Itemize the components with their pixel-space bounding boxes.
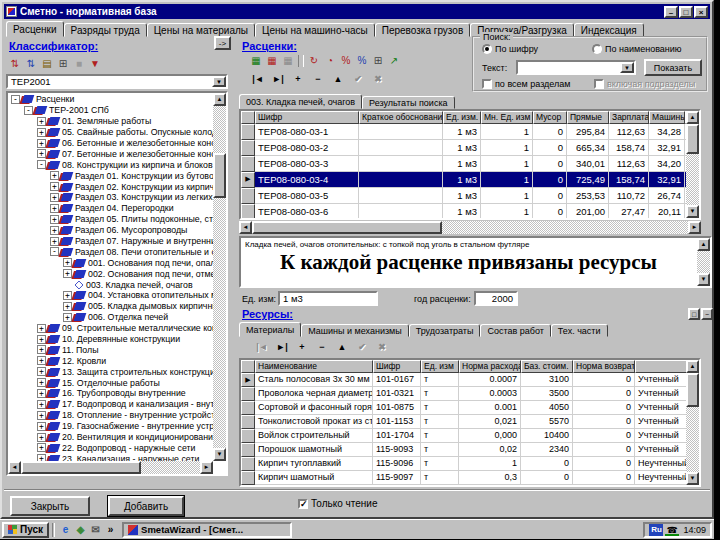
table-row[interactable]: ТЕР08-080-03-4 1 м3 1 0 725,49 158,74 32… <box>241 172 699 188</box>
internet-explorer-icon[interactable]: e <box>58 523 73 537</box>
tree-node[interactable]: + 05. Свайные работы. Опускные колодцы. … <box>9 127 213 138</box>
tree-node[interactable]: + 004. Установка отопительных металличес… <box>9 290 213 301</box>
tree-node[interactable]: + 006. Отделка печей <box>9 312 213 323</box>
main-tab[interactable]: Цены на машино-часы <box>255 23 375 37</box>
table-row[interactable]: Проволока черная диаметро 101-0321 т 0.0… <box>241 387 699 401</box>
tree-toggle[interactable]: + <box>37 345 46 354</box>
quick-launch-more-icon[interactable]: » <box>103 523 118 537</box>
tree-node[interactable]: + 13. Защита строительных конструкций и … <box>9 366 213 377</box>
first-record-icon[interactable]: |◄ <box>248 73 268 86</box>
tree-node[interactable]: + Раздел 01. Конструкции из бутового кам <box>9 170 213 181</box>
sort-up-icon[interactable]: ⇅ <box>7 57 23 71</box>
edit-record-icon[interactable]: ▲ <box>332 341 352 354</box>
show-button[interactable]: Показать <box>644 59 702 76</box>
scroll-down-icon[interactable]: ▼ <box>697 273 710 286</box>
all-sections-checkbox[interactable]: по всем разделам <box>482 79 571 89</box>
scroll-thumb[interactable] <box>252 221 442 234</box>
table-row[interactable]: ТЕР08-080-03-2 1 м3 1 0 665,34 158,74 32… <box>241 140 699 156</box>
column-header[interactable]: Машины <box>649 111 685 124</box>
tree-node[interactable]: + Раздел 05. Плиты подоконные, ступени, <box>9 214 213 225</box>
tree-node[interactable]: + Раздел 02. Конструкции из кирпича и ка <box>9 181 213 192</box>
main-tab[interactable]: Разряды труда <box>64 23 147 37</box>
tree-toggle[interactable]: + <box>37 324 46 333</box>
rates-vscrollbar[interactable]: ▲ ▼ <box>686 111 699 218</box>
column-header[interactable]: Ед. изм <box>421 360 459 373</box>
tree-node[interactable]: + 15. Отделочные работы <box>9 377 213 388</box>
tree-toggle[interactable]: + <box>63 269 72 278</box>
table-row[interactable]: Сталь полосовая 3х 30 мм 101-0167 т 0.00… <box>241 373 699 387</box>
column-header[interactable]: Баз. стоим. <box>521 360 573 373</box>
tree-toggle[interactable]: + <box>37 454 46 461</box>
tree-toggle[interactable]: - <box>11 95 20 104</box>
tree-toggle[interactable]: + <box>37 335 46 344</box>
tree-node[interactable]: + 06. Бетонные и железобетонные конструк… <box>9 138 213 149</box>
resources-tab[interactable]: Тех. части <box>551 324 608 337</box>
table-row[interactable]: Сортовой и фасонный горяч 101-0875 т 0.0… <box>241 401 699 415</box>
channels-icon[interactable]: ◈ <box>73 523 88 537</box>
scroll-right-icon[interactable]: ► <box>200 461 213 474</box>
tree-node[interactable]: + Раздел 06. Мусоропроводы <box>9 225 213 236</box>
resources-title[interactable]: Ресурсы: <box>242 308 293 320</box>
year-field[interactable]: 2000 <box>474 291 518 306</box>
tree-node[interactable]: + 005. Кладка дымовых кирпичных труб <box>9 301 213 312</box>
scroll-left-icon[interactable]: ◄ <box>239 221 252 234</box>
scroll-down-icon[interactable]: ▼ <box>686 472 699 485</box>
post-edit-icon[interactable]: ✔ <box>352 341 372 354</box>
calc-percent-icon[interactable]: % <box>354 54 370 68</box>
tree-node[interactable]: 003. Кладка печей, очагов <box>9 279 213 290</box>
tree-toggle[interactable]: + <box>37 149 46 158</box>
chevron-down-icon[interactable]: ▼ <box>212 76 226 87</box>
tree-node[interactable]: + 16. Трубопроводы внутренние <box>9 388 213 399</box>
language-indicator-icon[interactable]: Ru <box>649 524 663 536</box>
chevron-down-icon[interactable]: ▼ <box>620 62 634 73</box>
tree-vscrollbar[interactable]: ▲ ▼ <box>213 93 226 461</box>
rates-hscrollbar[interactable]: ◄ ► <box>239 221 701 234</box>
scroll-thumb[interactable] <box>213 153 226 198</box>
tree-toggle[interactable]: + <box>63 302 72 311</box>
tree-node[interactable]: + 18. Отопление - внутренние устройства <box>9 410 213 421</box>
column-header[interactable]: Прямые <box>567 111 609 124</box>
close-base-button[interactable]: Закрыть <box>10 496 90 516</box>
table-row[interactable]: ТЕР08-080-03-1 1 м3 1 0 295,84 112,63 34… <box>241 124 699 140</box>
rates-tab[interactable]: 003. Кладка печей, очагов <box>239 94 362 109</box>
scroll-thumb[interactable] <box>686 373 699 407</box>
cancel-edit-icon[interactable]: ✖ <box>368 73 388 86</box>
column-header[interactable] <box>635 360 690 373</box>
tree-node[interactable]: - Расценки <box>9 94 213 105</box>
modem-icon[interactable]: ☎ <box>665 524 679 536</box>
tree-node[interactable]: + 11. Полы <box>9 344 213 355</box>
column-header[interactable]: Мн. Ед. изм <box>481 111 533 124</box>
tree-toggle[interactable]: + <box>37 411 46 420</box>
add-button[interactable]: Добавить <box>108 496 184 516</box>
search-text-combo[interactable]: ▼ <box>516 60 636 75</box>
filter-icon[interactable]: ▼ <box>87 57 103 71</box>
tree-toggle[interactable]: + <box>50 237 59 246</box>
tree-toggle[interactable]: - <box>37 160 46 169</box>
scroll-down-icon[interactable]: ▼ <box>686 205 699 218</box>
search-by-code-radio[interactable]: По шифру <box>482 44 538 54</box>
scroll-up-icon[interactable]: ▲ <box>686 111 699 124</box>
history-icon[interactable]: ◔ <box>322 54 338 68</box>
panel-minimize-button[interactable]: − <box>701 308 713 320</box>
tree-toggle[interactable]: + <box>37 433 46 442</box>
column-header[interactable]: Краткое обоснование <box>359 111 443 124</box>
table-row[interactable]: Кирпич шамотный 115-9097 т 0,3 0 0 Неучт… <box>241 471 699 485</box>
cancel-edit-icon[interactable]: ✖ <box>372 341 392 354</box>
tree-node[interactable]: + 01. Земляные работы <box>9 116 213 127</box>
main-tab[interactable]: Перевозка грузов <box>375 23 470 37</box>
tree-toggle[interactable]: - <box>24 106 33 115</box>
edit-rate-icon[interactable]: ▦ <box>264 54 280 68</box>
tree-toggle[interactable]: - <box>50 247 59 256</box>
scroll-down-icon[interactable]: ▼ <box>213 448 226 461</box>
tree-node[interactable]: + 17. Водопровод и канализация - внутрен… <box>9 399 213 410</box>
tree-toggle[interactable]: + <box>63 291 72 300</box>
resources-tab[interactable]: Состав работ <box>480 324 550 337</box>
column-header[interactable]: Зарплата <box>609 111 649 124</box>
table-row[interactable]: ТЕР08-080-03-5 1 м3 1 0 253,53 110,72 26… <box>241 188 699 204</box>
tree-node[interactable]: - ТЕР-2001 СПб <box>9 105 213 116</box>
delete-record-icon[interactable]: − <box>308 73 328 86</box>
tree-node[interactable]: + Раздел 03. Конструкции из легких блоко <box>9 192 213 203</box>
tree-node[interactable]: + 002. Основания под печи, отметка под <box>9 268 213 279</box>
main-tab[interactable]: Расценки <box>6 21 64 37</box>
delete-rate-icon[interactable]: ▦ <box>280 54 296 68</box>
